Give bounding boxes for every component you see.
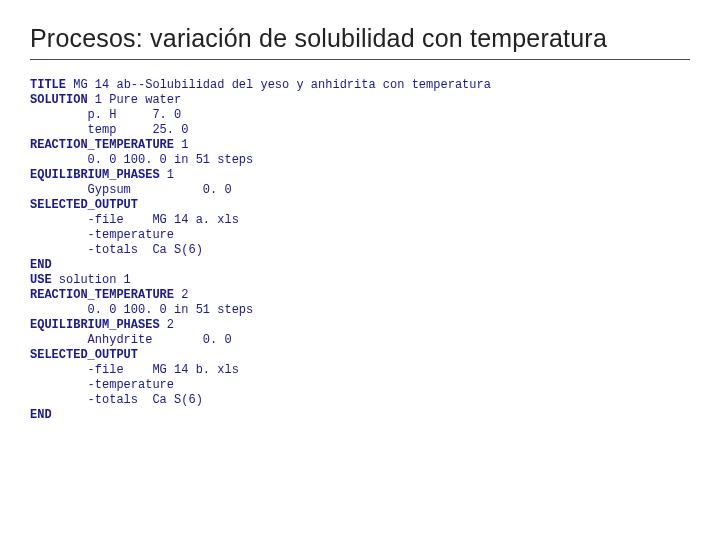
line-rt2-range: 0. 0 100. 0 in 51 steps [30,303,253,317]
txt-title: MG 14 ab--Solubilidad del yeso y anhidri… [66,78,491,92]
kw-rt1: REACTION_TEMPERATURE [30,138,174,152]
txt-rt2: 2 [174,288,188,302]
kw-so1: SELECTED_OUTPUT [30,198,138,212]
kw-rt2: REACTION_TEMPERATURE [30,288,174,302]
txt-ep1: 1 [160,168,174,182]
kw-ep1: EQUILIBRIUM_PHASES [30,168,160,182]
kw-ep2: EQUILIBRIUM_PHASES [30,318,160,332]
line-ph: p. H 7. 0 [30,108,181,122]
kw-solution: SOLUTION [30,93,88,107]
code-block: TITLE MG 14 ab--Solubilidad del yeso y a… [30,78,690,423]
txt-ep2: 2 [160,318,174,332]
line-so1-file: -file MG 14 a. xls [30,213,239,227]
txt-rt1: 1 [174,138,188,152]
kw-use: USE [30,273,52,287]
line-so1-temp: -temperature [30,228,174,242]
txt-use: solution 1 [52,273,131,287]
kw-end2: END [30,408,52,422]
line-ep2-phase: Anhydrite 0. 0 [30,333,232,347]
txt-solution: 1 Pure water [88,93,182,107]
line-ep1-phase: Gypsum 0. 0 [30,183,232,197]
line-so1-totals: -totals Ca S(6) [30,243,203,257]
slide: Procesos: variación de solubilidad con t… [0,0,720,540]
line-so2-temp: -temperature [30,378,174,392]
title-underline [30,59,690,60]
line-so2-totals: -totals Ca S(6) [30,393,203,407]
line-temp: temp 25. 0 [30,123,188,137]
kw-so2: SELECTED_OUTPUT [30,348,138,362]
line-so2-file: -file MG 14 b. xls [30,363,239,377]
kw-title: TITLE [30,78,66,92]
slide-title: Procesos: variación de solubilidad con t… [30,24,690,53]
kw-end1: END [30,258,52,272]
line-rt1-range: 0. 0 100. 0 in 51 steps [30,153,253,167]
